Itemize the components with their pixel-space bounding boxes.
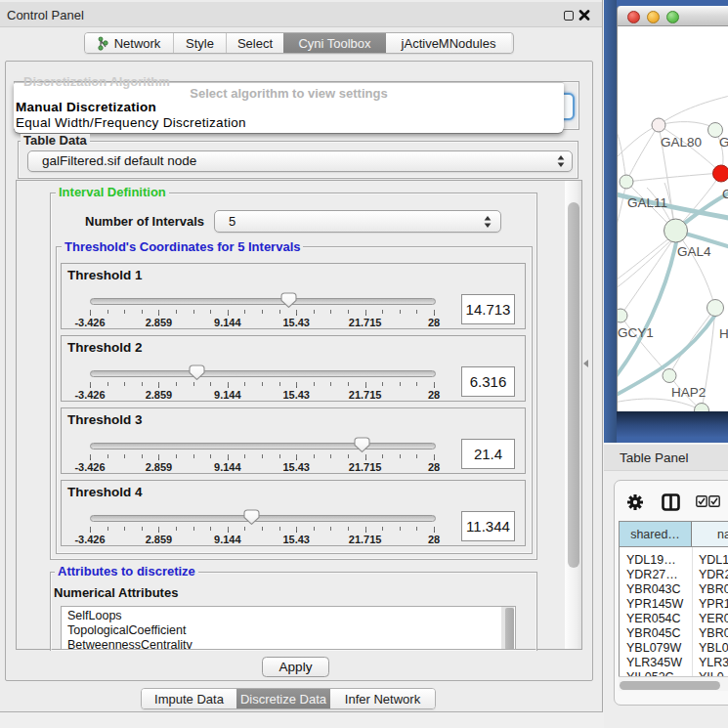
svg-text:GAL11: GAL11 <box>627 195 667 210</box>
svg-text:C: C <box>722 187 728 201</box>
svg-text:GAL4: GAL4 <box>677 244 711 259</box>
svg-text:GCY1: GCY1 <box>618 325 654 340</box>
svg-text:HAP2: HAP2 <box>671 385 706 400</box>
svg-text:GA: GA <box>719 135 728 150</box>
svg-text:H: H <box>719 326 728 341</box>
svg-text:GAL80: GAL80 <box>661 135 702 150</box>
